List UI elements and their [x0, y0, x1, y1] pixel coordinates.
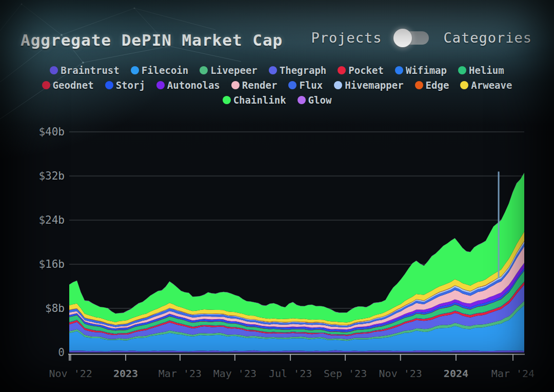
legend-item-helium[interactable]: Helium: [458, 65, 504, 76]
legend-item-flux[interactable]: Flux: [288, 80, 323, 91]
braintrust-color-dot-icon: [50, 66, 58, 74]
x-axis-label-mar-24: Mar '24: [477, 367, 549, 380]
legend-item-hivemapper[interactable]: Hivemapper: [334, 80, 403, 91]
y-axis-label-0: 0: [3, 346, 65, 359]
chart-area: $40b$32b$24b$16b$8b0Nov '222023Mar '23Ma…: [0, 0, 554, 392]
legend-item-edge[interactable]: Edge: [415, 80, 449, 91]
autonolas-color-dot-icon: [156, 81, 165, 89]
legend-label: Render: [242, 80, 278, 91]
legend-label: Glow: [308, 94, 332, 106]
legend-label: Wifimap: [406, 65, 447, 76]
categories-toggle-label[interactable]: Categories: [443, 30, 532, 46]
legend-item-geodnet[interactable]: Geodnet: [42, 80, 94, 91]
legend-row: ChainlinkGlow: [223, 94, 332, 106]
legend-item-glow[interactable]: Glow: [298, 94, 332, 106]
y-axis-label-32b: $32b: [3, 170, 65, 182]
chart-legend: BraintrustFilecoinLivepeerThegraphPocket…: [0, 65, 554, 106]
edge-color-dot-icon: [415, 81, 423, 89]
legend-item-arweave[interactable]: Arweave: [460, 80, 512, 91]
legend-item-pocket[interactable]: Pocket: [338, 65, 384, 76]
livepeer-color-dot-icon: [200, 66, 208, 74]
legend-label: Geodnet: [53, 80, 94, 91]
legend-label: Flux: [299, 80, 323, 91]
legend-item-render[interactable]: Render: [231, 80, 278, 91]
y-axis-label-16b: $16b: [3, 258, 65, 270]
y-axis-label-8b: $8b: [3, 302, 65, 315]
legend-label: Chainlink: [233, 94, 286, 106]
projects-categories-toggle[interactable]: [396, 31, 429, 45]
legend-label: Autonolas: [167, 80, 220, 91]
legend-label: Thegraph: [280, 65, 327, 76]
legend-label: Helium: [469, 65, 504, 76]
legend-item-thegraph[interactable]: Thegraph: [269, 65, 327, 76]
legend-label: Edge: [426, 80, 449, 91]
page-title: Aggregate DePIN Market Cap: [21, 31, 283, 49]
wifimap-color-dot-icon: [395, 66, 403, 74]
flux-color-dot-icon: [288, 81, 296, 89]
y-axis-label-40b: $40b: [3, 126, 65, 138]
legend-item-filecoin[interactable]: Filecoin: [131, 65, 189, 76]
glow-color-dot-icon: [298, 96, 306, 104]
legend-label: Filecoin: [142, 65, 189, 76]
storj-color-dot-icon: [105, 81, 113, 89]
pocket-color-dot-icon: [338, 66, 346, 74]
legend-item-storj[interactable]: Storj: [105, 80, 145, 91]
market-cap-stacked-area-chart[interactable]: [0, 0, 554, 392]
render-color-dot-icon: [231, 81, 240, 89]
legend-label: Hivemapper: [345, 80, 403, 91]
legend-label: Arweave: [471, 80, 512, 91]
toggle-knob[interactable]: [393, 29, 412, 47]
projects-toggle-label[interactable]: Projects: [311, 30, 382, 46]
hivemapper-color-dot-icon: [334, 81, 342, 89]
depin-market-cap-dashboard: Aggregate DePIN Market Cap Projects Cate…: [0, 0, 554, 392]
legend-label: Storj: [116, 80, 145, 91]
view-mode-toggle-group: Projects Categories: [311, 30, 532, 46]
legend-item-autonolas[interactable]: Autonolas: [156, 80, 220, 91]
legend-label: Pocket: [348, 65, 384, 76]
legend-item-braintrust[interactable]: Braintrust: [50, 65, 119, 76]
thegraph-color-dot-icon: [269, 66, 277, 74]
geodnet-color-dot-icon: [42, 81, 50, 89]
y-axis-label-24b: $24b: [3, 214, 65, 226]
legend-item-chainlink[interactable]: Chainlink: [223, 94, 286, 106]
legend-item-livepeer[interactable]: Livepeer: [200, 65, 258, 76]
helium-color-dot-icon: [458, 66, 466, 74]
chainlink-color-dot-icon: [223, 96, 231, 104]
legend-label: Braintrust: [61, 65, 119, 76]
arweave-color-dot-icon: [460, 81, 468, 89]
legend-row: GeodnetStorjAutonolasRenderFluxHivemappe…: [42, 80, 512, 91]
legend-item-wifimap[interactable]: Wifimap: [395, 65, 447, 76]
legend-row: BraintrustFilecoinLivepeerThegraphPocket…: [50, 65, 504, 76]
legend-label: Livepeer: [210, 65, 258, 76]
filecoin-color-dot-icon: [131, 66, 139, 74]
